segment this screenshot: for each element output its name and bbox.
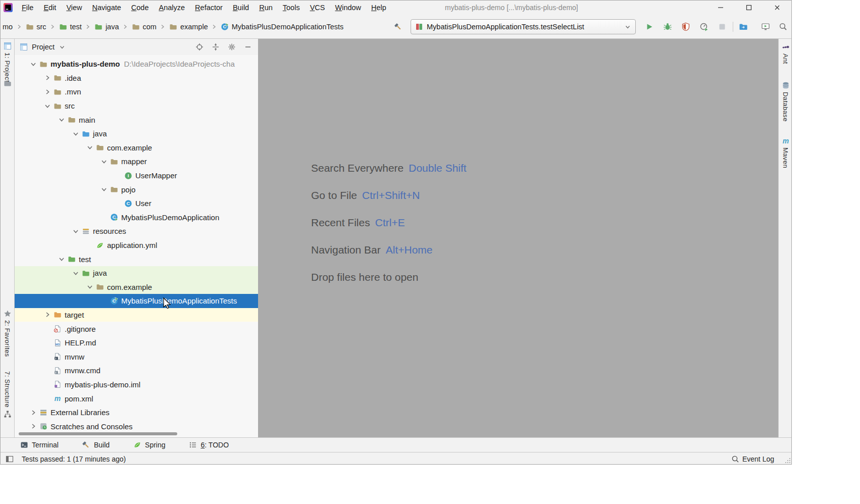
horizontal-scrollbar[interactable]	[19, 432, 177, 435]
tree-row--gitignore[interactable]: .gitignore	[15, 322, 258, 336]
stripe-button-maven[interactable]: mMaven	[779, 137, 792, 168]
menu-refactor[interactable]: Refactor	[190, 4, 228, 12]
toolwindow-button-terminal[interactable]: Terminal	[20, 441, 59, 449]
tree-row-mybatis-plus-demo[interactable]: mybatis-plus-demoD:\IdeaProjects\IdeaPro…	[15, 57, 258, 71]
toolwindow-button-6-todo[interactable]: 6: TODO	[189, 441, 229, 449]
close-button[interactable]	[763, 1, 791, 15]
svg-text:C: C	[127, 200, 130, 206]
chevron-down-icon[interactable]	[56, 116, 67, 124]
toolwindow-toggle-button[interactable]	[4, 453, 16, 465]
chevron-down-icon[interactable]	[56, 255, 67, 263]
breadcrumb-item-com[interactable]: com	[131, 23, 156, 31]
chevron-down-icon[interactable]	[28, 60, 39, 68]
tree-row-mybatisplusdemoapplicationtests[interactable]: CMybatisPlusDemoApplicationTests	[15, 294, 258, 308]
menu-edit[interactable]: Edit	[38, 4, 61, 12]
breadcrumb-item-src[interactable]: src	[25, 23, 46, 31]
chevron-right-icon[interactable]	[42, 74, 53, 82]
menu-tools[interactable]: Tools	[278, 4, 305, 12]
tree-row-java[interactable]: java	[15, 266, 258, 280]
tree-row-mybatis-plus-demo-iml[interactable]: mybatis-plus-demo.iml	[15, 378, 258, 392]
run-config-select[interactable]: MybatisPlusDemoApplicationTests.testSele…	[411, 19, 636, 34]
menu-view[interactable]: View	[61, 4, 87, 12]
stripe-button-database[interactable]: Database	[779, 81, 792, 122]
menu-analyze[interactable]: Analyze	[154, 4, 190, 12]
chevron-down-icon[interactable]	[70, 130, 81, 138]
chevron-down-icon[interactable]	[84, 143, 95, 152]
tree-row-external-libraries[interactable]: External Libraries	[15, 406, 258, 420]
resize-grip[interactable]	[784, 457, 791, 464]
breadcrumb-item-mybatisplusdemoapplicationtests[interactable]: CMybatisPlusDemoApplicationTests	[221, 23, 344, 31]
menu-build[interactable]: Build	[228, 4, 254, 12]
tree-row-pojo[interactable]: pojo	[15, 182, 258, 196]
menu-code[interactable]: Code	[126, 4, 154, 12]
tree-row-com-example[interactable]: com.example	[15, 141, 258, 155]
tree-row-com-example[interactable]: com.example	[15, 280, 258, 294]
tree-row-src[interactable]: src	[15, 99, 258, 113]
chevron-down-icon[interactable]	[42, 102, 53, 110]
tree-item-label: .idea	[65, 74, 81, 82]
stripe-button-structure[interactable]: 7: Structure	[1, 371, 14, 418]
run-anything-button[interactable]	[759, 20, 772, 33]
locate-file-button[interactable]	[193, 41, 206, 53]
breadcrumb-item-truncated[interactable]: mo	[3, 23, 13, 31]
tree-row-test[interactable]: test	[15, 252, 258, 266]
menu-window[interactable]: Window	[330, 4, 366, 12]
chevron-right-icon[interactable]	[28, 422, 39, 430]
menu-run[interactable]: Run	[254, 4, 278, 12]
menu-vcs[interactable]: VCS	[305, 4, 330, 12]
minimize-button[interactable]	[706, 1, 735, 15]
chevron-down-icon[interactable]	[84, 283, 95, 291]
settings-button[interactable]	[226, 41, 238, 53]
profiler-button[interactable]	[697, 20, 711, 33]
stripe-button-ant[interactable]: Ant	[779, 43, 792, 64]
tree-row-resources[interactable]: resources	[15, 224, 258, 238]
tree-row-main[interactable]: main	[15, 113, 258, 127]
coverage-button[interactable]	[679, 20, 692, 33]
project-folder-button[interactable]	[737, 20, 750, 33]
breadcrumb-item-example[interactable]: example	[169, 23, 208, 31]
collapse-all-button[interactable]	[210, 41, 222, 53]
tree-row-java[interactable]: java	[15, 127, 258, 141]
tree-row--idea[interactable]: .idea	[15, 71, 258, 85]
stripe-button-project[interactable]: 1: Project	[1, 42, 14, 82]
tree-row-user[interactable]: CUser	[15, 196, 258, 211]
menu-file[interactable]: File	[17, 4, 38, 12]
menu-help[interactable]: Help	[366, 4, 391, 12]
chevron-down-icon[interactable]	[98, 185, 110, 193]
tree-row-application-yml[interactable]: application.yml	[15, 238, 258, 253]
stripe-button-favorites[interactable]: 2: Favorites	[1, 310, 14, 357]
toolwindow-button-spring[interactable]: Spring	[133, 441, 165, 449]
chevron-down-icon[interactable]	[70, 227, 81, 235]
chevron-down-icon[interactable]	[70, 269, 81, 277]
project-panel-title[interactable]: Project	[32, 43, 55, 51]
tree-row-mybatisplusdemoapplication[interactable]: CMybatisPlusDemoApplication	[15, 211, 258, 225]
build-button[interactable]	[391, 20, 404, 33]
chevron-right-icon[interactable]	[42, 88, 53, 96]
chevron-down-icon[interactable]	[98, 158, 110, 166]
tree-row-scratches-and-consoles[interactable]: Scratches and Consoles	[15, 419, 258, 433]
tree-row-usermapper[interactable]: IUserMapper	[15, 169, 258, 183]
breadcrumb-item-test[interactable]: test	[59, 23, 82, 31]
search-everywhere-button[interactable]	[777, 20, 790, 33]
tree-row-pom-xml[interactable]: mpom.xml	[15, 391, 258, 406]
tree-row-mvnw-cmd[interactable]: mvnw.cmd	[15, 364, 258, 378]
debug-button[interactable]	[661, 20, 674, 33]
chevron-right-icon[interactable]	[42, 311, 53, 319]
stop-button[interactable]	[716, 20, 729, 33]
tree-row-mvnw[interactable]: mvnw	[15, 349, 258, 364]
breadcrumb-item-java[interactable]: java	[94, 23, 119, 31]
toolwindow-button-build[interactable]: Build	[82, 441, 110, 449]
folder-test-icon	[67, 255, 76, 264]
event-log-button[interactable]: Event Log	[731, 455, 774, 463]
chevron-down-icon[interactable]	[59, 43, 66, 51]
tree-row-mapper[interactable]: mapper	[15, 155, 258, 169]
menu-navigate[interactable]: Navigate	[87, 4, 126, 12]
chevron-right-icon[interactable]	[28, 409, 39, 417]
run-button[interactable]	[643, 20, 656, 33]
maximize-button[interactable]	[735, 1, 763, 15]
folder-tool-icon[interactable]	[4, 79, 12, 87]
tree-row-help-md[interactable]: MDHELP.md	[15, 336, 258, 350]
hide-panel-button[interactable]	[242, 41, 254, 53]
tree-row-target[interactable]: target	[15, 308, 258, 322]
tree-row--mvn[interactable]: .mvn	[15, 85, 258, 99]
